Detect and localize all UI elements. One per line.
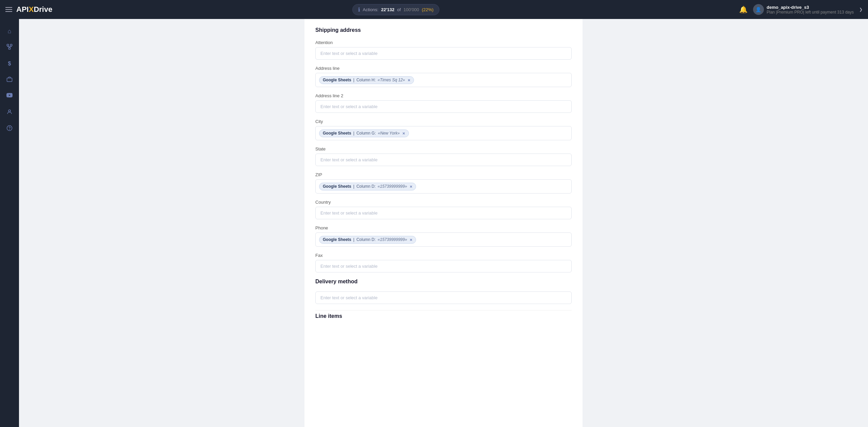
hamburger-menu[interactable] (5, 7, 12, 12)
tag-separator: | (353, 78, 354, 82)
tag-column: Column D: (356, 184, 376, 189)
field-country: Country (315, 200, 572, 219)
svg-rect-2 (9, 47, 11, 49)
tag-column: Column H: (356, 78, 376, 82)
tag-value: «15739999999» (378, 237, 407, 242)
tag-source: Google Sheets (323, 78, 351, 82)
actions-pct: (22%) (422, 7, 434, 12)
field-address-line-2: Address line 2 (315, 93, 572, 113)
city-tag: Google Sheets | Column G: «New York» × (319, 129, 409, 137)
tag-value: «15739999999» (378, 184, 407, 189)
svg-point-10 (9, 129, 10, 129)
delivery-method-title: Delivery method (315, 279, 572, 285)
address-line-input[interactable]: Google Sheets | Column H: «Times Sq 12» … (315, 73, 572, 87)
header-center: ℹ Actions: 22'132 of 100'000 (22%) (352, 4, 439, 15)
profile-icon (6, 109, 13, 117)
sidebar-item-briefcase[interactable] (3, 73, 16, 87)
actions-label: Actions: (363, 7, 378, 12)
zip-tag: Google Sheets | Column D: «15739999999» … (319, 183, 416, 190)
phone-input[interactable]: Google Sheets | Column D: «15739999999» … (315, 232, 572, 247)
shipping-address-title: Shipping address (315, 27, 572, 33)
main-content: Shipping address Attention Address line … (19, 19, 868, 427)
logo-x: X (29, 5, 34, 14)
tag-close-button[interactable]: × (408, 78, 410, 83)
tag-source: Google Sheets (323, 184, 351, 189)
attention-label: Attention (315, 40, 572, 45)
field-address-line: Address line Google Sheets | Column H: «… (315, 66, 572, 87)
actions-badge: ℹ Actions: 22'132 of 100'000 (22%) (352, 4, 439, 15)
line-items-section: Line items (315, 310, 572, 319)
tag-separator: | (353, 237, 354, 242)
phone-tag: Google Sheets | Column D: «15739999999» … (319, 236, 416, 244)
actions-total: 100'000 (403, 7, 419, 12)
avatar: 👤 (753, 4, 764, 15)
content-area: Shipping address Attention Address line … (304, 19, 583, 427)
tag-column: Column G: (356, 131, 376, 136)
youtube-icon (6, 92, 13, 101)
sidebar: ⌂ $ (0, 19, 19, 427)
address-line-tag: Google Sheets | Column H: «Times Sq 12» … (319, 76, 414, 84)
svg-rect-7 (7, 78, 12, 82)
tag-source: Google Sheets (323, 131, 351, 136)
sidebar-item-profile[interactable] (3, 106, 16, 119)
tag-source: Google Sheets (323, 237, 351, 242)
billing-icon: $ (8, 61, 11, 67)
sidebar-item-connections[interactable] (3, 41, 16, 54)
field-attention: Attention (315, 40, 572, 60)
sidebar-item-home[interactable]: ⌂ (3, 24, 16, 38)
sidebar-item-youtube[interactable] (3, 89, 16, 103)
briefcase-icon (6, 76, 13, 84)
user-plan: Plan |Premium PRO| left until payment 31… (767, 10, 854, 15)
help-icon (6, 125, 13, 133)
user-name: demo_apix-drive_s3 (767, 5, 854, 10)
sidebar-item-billing[interactable]: $ (3, 57, 16, 70)
tag-value: «New York» (378, 131, 400, 136)
address-line-label: Address line (315, 66, 572, 71)
sidebar-item-help[interactable] (3, 122, 16, 136)
phone-label: Phone (315, 225, 572, 230)
field-delivery-method (315, 291, 572, 304)
user-menu[interactable]: 👤 demo_apix-drive_s3 Plan |Premium PRO| … (753, 4, 854, 15)
city-label: City (315, 119, 572, 124)
country-input[interactable] (315, 207, 572, 219)
city-input[interactable]: Google Sheets | Column G: «New York» × (315, 126, 572, 140)
state-label: State (315, 146, 572, 151)
user-details: demo_apix-drive_s3 Plan |Premium PRO| le… (767, 5, 854, 15)
fax-label: Fax (315, 253, 572, 258)
actions-used: 22'132 (381, 7, 394, 12)
info-icon: ℹ (358, 6, 360, 13)
svg-rect-1 (11, 44, 12, 46)
state-input[interactable] (315, 154, 572, 166)
fax-input[interactable] (315, 260, 572, 272)
attention-input[interactable] (315, 47, 572, 60)
delivery-section: Delivery method (315, 279, 572, 304)
logo-drive: Drive (34, 5, 52, 14)
tag-column: Column D: (356, 237, 376, 242)
header: API X Drive ℹ Actions: 22'132 of 100'000… (0, 0, 868, 19)
logo: API X Drive (16, 5, 52, 14)
field-fax: Fax (315, 253, 572, 272)
field-city: City Google Sheets | Column G: «New York… (315, 119, 572, 140)
zip-label: ZIP (315, 172, 572, 177)
header-right: 🔔 👤 demo_apix-drive_s3 Plan |Premium PRO… (739, 4, 863, 15)
tag-value: «Times Sq 12» (378, 78, 405, 82)
line-items-title: Line items (315, 313, 572, 319)
tag-close-button[interactable]: × (402, 131, 405, 136)
tag-close-button[interactable]: × (410, 237, 413, 242)
zip-input[interactable]: Google Sheets | Column D: «15739999999» … (315, 179, 572, 194)
chevron-down-icon: ❯ (859, 7, 863, 12)
field-zip: ZIP Google Sheets | Column D: «157399999… (315, 172, 572, 194)
field-phone: Phone Google Sheets | Column D: «1573999… (315, 225, 572, 247)
svg-point-8 (8, 110, 11, 112)
home-icon: ⌂ (8, 28, 12, 35)
tag-separator: | (353, 184, 354, 189)
tag-separator: | (353, 131, 354, 136)
actions-of: of (397, 7, 401, 12)
svg-rect-0 (7, 44, 9, 46)
tag-close-button[interactable]: × (410, 184, 413, 189)
delivery-method-input[interactable] (315, 291, 572, 304)
address-line-2-input[interactable] (315, 100, 572, 113)
notifications-icon[interactable]: 🔔 (739, 5, 748, 14)
header-left: API X Drive (5, 5, 52, 14)
logo-api: API (16, 5, 29, 14)
